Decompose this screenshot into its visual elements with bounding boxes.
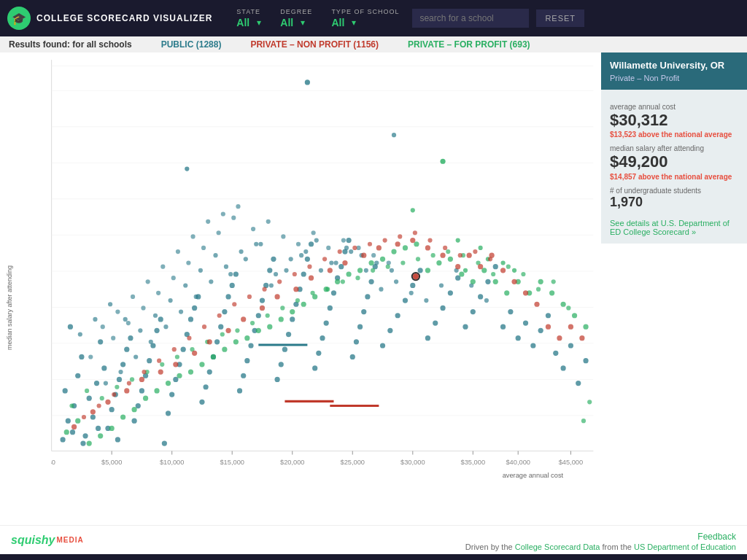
svg-point-63	[136, 403, 141, 408]
svg-point-161	[583, 358, 588, 363]
svg-point-275	[425, 268, 430, 273]
svg-point-376	[187, 336, 191, 341]
svg-point-182	[78, 332, 82, 336]
svg-point-370	[97, 403, 101, 408]
svg-point-173	[269, 283, 274, 287]
svg-point-50	[82, 433, 88, 438]
svg-point-119	[320, 335, 325, 341]
svg-point-178	[344, 246, 349, 250]
cost-value: $30,312	[610, 111, 738, 130]
svg-point-384	[307, 265, 311, 269]
svg-point-199	[333, 260, 338, 265]
degree-select-wrapper[interactable]: All	[280, 17, 305, 28]
svg-point-377	[202, 324, 206, 329]
svg-point-371	[112, 392, 116, 397]
svg-text:$45,000: $45,000	[559, 459, 584, 466]
svg-point-353	[395, 241, 400, 246]
svg-point-281	[493, 279, 498, 284]
svg-point-188	[169, 298, 173, 303]
scorecard-link[interactable]: See details at U.S. Department of ED Col…	[610, 219, 738, 236]
svg-point-282	[504, 290, 509, 295]
svg-point-171	[239, 249, 243, 254]
svg-point-99	[244, 358, 249, 363]
svg-point-98	[241, 373, 246, 378]
state-filter-label: STATE	[236, 8, 260, 15]
reset-button[interactable]: RESET	[536, 9, 584, 27]
svg-point-172	[254, 242, 258, 246]
svg-point-177	[329, 260, 333, 265]
legend-forprofit: PRIVATE – FOR PROFIT (693)	[408, 39, 530, 50]
svg-point-224	[160, 265, 165, 269]
svg-point-145	[462, 324, 468, 330]
scatter-plot[interactable]: $0 $10,000 $20,000 $30,000 $40,000 $50,0…	[51, 60, 594, 489]
svg-point-249	[131, 407, 136, 412]
school-type-select-wrapper[interactable]: All	[331, 17, 356, 28]
svg-point-200	[349, 249, 353, 254]
svg-point-166	[163, 324, 168, 329]
svg-point-110	[286, 332, 291, 337]
svg-point-116	[309, 241, 314, 246]
svg-point-219	[231, 216, 236, 220]
svg-point-324	[581, 419, 586, 423]
svg-text:$40,000: $40,000	[506, 459, 530, 466]
svg-point-126	[346, 238, 351, 243]
state-select[interactable]: All	[236, 17, 261, 28]
search-input[interactable]	[412, 9, 529, 28]
svg-text:$5,000: $5,000	[101, 459, 122, 466]
svg-point-185	[123, 317, 128, 322]
svg-point-162	[104, 381, 108, 385]
svg-point-255	[199, 362, 204, 367]
svg-point-84	[207, 369, 212, 374]
dept-link[interactable]: US Department of Education	[634, 542, 736, 551]
svg-point-86	[214, 339, 220, 344]
svg-point-216	[186, 260, 190, 265]
feedback-link[interactable]: Feedback	[697, 532, 736, 542]
svg-point-124	[338, 264, 344, 269]
svg-point-134	[380, 343, 385, 348]
svg-point-227	[206, 219, 210, 224]
svg-point-170	[224, 265, 228, 269]
svg-point-240	[185, 166, 189, 171]
state-select-wrapper[interactable]: All	[236, 17, 261, 28]
svg-point-82	[199, 400, 204, 405]
svg-point-217	[201, 246, 206, 250]
svg-point-388	[368, 242, 372, 246]
svg-point-218	[217, 230, 221, 235]
svg-point-333	[512, 268, 516, 273]
svg-point-153	[523, 320, 528, 325]
svg-point-325	[587, 400, 592, 404]
svg-point-274	[414, 241, 419, 246]
svg-point-135	[387, 328, 392, 333]
school-type-select[interactable]: All	[331, 17, 356, 28]
svg-point-223	[146, 279, 150, 284]
svg-point-147	[478, 294, 483, 299]
degree-filter-label: DEGREE	[280, 8, 312, 15]
svg-point-105	[267, 268, 272, 273]
svg-point-313	[416, 257, 420, 261]
degree-select[interactable]: All	[280, 17, 305, 28]
svg-point-236	[341, 238, 346, 242]
svg-point-334	[71, 424, 77, 429]
svg-point-80	[192, 306, 197, 311]
svg-point-331	[456, 238, 460, 242]
svg-point-297	[175, 354, 179, 359]
svg-point-380	[247, 295, 252, 299]
svg-point-341	[192, 351, 197, 356]
svg-point-70	[79, 354, 84, 359]
svg-point-314	[431, 253, 436, 257]
svg-point-365	[546, 324, 551, 330]
svg-point-329	[479, 246, 483, 250]
svg-point-225	[176, 249, 180, 254]
svg-point-130	[361, 309, 366, 314]
svg-point-100	[248, 343, 253, 348]
svg-point-211	[111, 336, 115, 341]
scorecard-data-link[interactable]: College Scorecard Data	[515, 542, 600, 551]
svg-point-312	[400, 260, 405, 265]
svg-point-141	[433, 320, 438, 325]
brand-logo: squishy MEDIA	[11, 534, 84, 547]
svg-point-232	[281, 234, 285, 238]
svg-point-228	[221, 211, 225, 216]
svg-point-321	[536, 287, 541, 292]
svg-point-387	[352, 246, 357, 250]
svg-point-54	[101, 365, 107, 370]
